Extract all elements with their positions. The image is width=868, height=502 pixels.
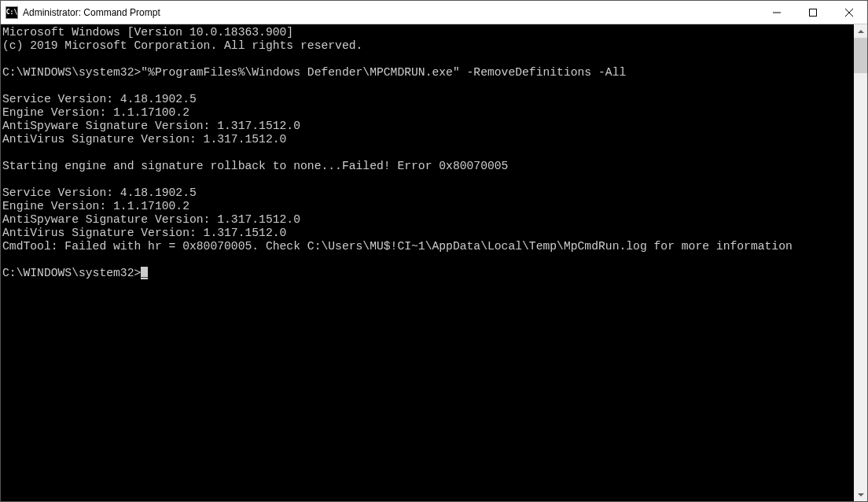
window-title: Administrator: Command Prompt: [23, 7, 759, 18]
scroll-thumb[interactable]: [854, 38, 867, 73]
app-icon-glyph: C:\: [6, 9, 17, 16]
terminal-line: AntiSpyware Signature Version: 1.317.151…: [2, 213, 300, 226]
app-icon: C:\: [6, 6, 18, 19]
terminal-line: Engine Version: 1.1.17100.2: [2, 106, 189, 119]
maximize-icon: [809, 9, 817, 17]
content-area: Microsoft Windows [Version 10.0.18363.90…: [1, 24, 867, 501]
terminal-line: AntiVirus Signature Version: 1.317.1512.…: [2, 227, 286, 239]
minimize-button[interactable]: [759, 1, 795, 24]
scroll-track[interactable]: [854, 73, 867, 488]
terminal-line: AntiVirus Signature Version: 1.317.1512.…: [2, 133, 286, 146]
terminal-line: Microsoft Windows [Version 10.0.18363.90…: [2, 26, 293, 39]
scroll-down-arrow-icon[interactable]: [854, 488, 867, 501]
terminal-line: (c) 2019 Microsoft Corporation. All righ…: [2, 39, 362, 52]
cursor: _: [141, 267, 148, 279]
close-icon: [845, 9, 853, 17]
window-controls: [759, 1, 867, 24]
terminal-line: CmdTool: Failed with hr = 0x80070005. Ch…: [2, 240, 793, 253]
command-prompt-window: C:\ Administrator: Command Prompt Micros…: [0, 0, 868, 502]
svg-rect-0: [810, 9, 817, 16]
vertical-scrollbar[interactable]: [854, 24, 867, 501]
terminal-line: C:\WINDOWS\system32>"%ProgramFiles%\Wind…: [2, 66, 626, 79]
terminal-line: Starting engine and signature rollback t…: [2, 160, 508, 172]
maximize-button[interactable]: [795, 1, 831, 24]
terminal-line: Engine Version: 1.1.17100.2: [2, 200, 189, 212]
close-button[interactable]: [831, 1, 867, 24]
terminal-line: Service Version: 4.18.1902.5: [2, 186, 197, 199]
titlebar[interactable]: C:\ Administrator: Command Prompt: [1, 1, 867, 24]
terminal-output[interactable]: Microsoft Windows [Version 10.0.18363.90…: [1, 24, 854, 501]
minimize-icon: [773, 9, 781, 17]
terminal-line: AntiSpyware Signature Version: 1.317.151…: [2, 120, 300, 132]
scroll-up-arrow-icon[interactable]: [854, 24, 867, 38]
terminal-line: C:\WINDOWS\system32>: [2, 267, 141, 279]
terminal-line: Service Version: 4.18.1902.5: [2, 93, 197, 105]
